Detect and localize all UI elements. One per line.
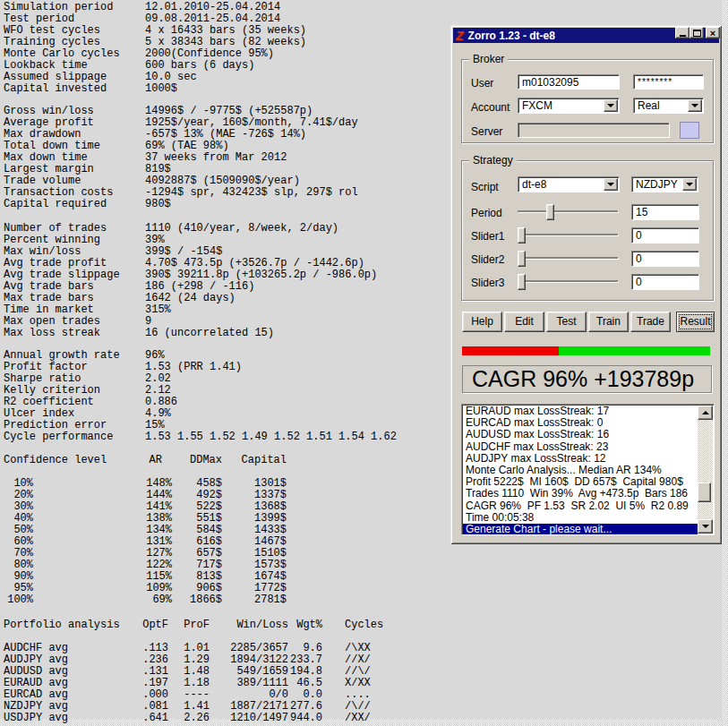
portfolio-winloss: 1210/1497 — [210, 713, 288, 724]
report-label: Cycle performance — [4, 431, 145, 443]
confidence-header-cell: DDMax — [162, 455, 222, 466]
log-scrollbar[interactable] — [698, 406, 713, 534]
account-dropdown-value: FXCM — [522, 99, 552, 112]
scrollbar-track[interactable] — [698, 420, 713, 519]
slider-track[interactable] — [518, 210, 618, 212]
portfolio-prof: 2.26 — [168, 713, 210, 724]
result-display-box: CAGR 96% +193789p — [462, 365, 712, 393]
slider-thumb[interactable] — [518, 251, 526, 267]
train-button[interactable]: Train — [588, 312, 629, 332]
message-log[interactable]: EURAUD max LossStreak: 17EURCAD max Loss… — [461, 404, 715, 535]
triangle-down-icon — [702, 525, 709, 532]
action-buttons: HelpEditTestTrainTradeResult — [462, 312, 715, 332]
report-value: 1000$ — [145, 83, 177, 95]
mode-dropdown-value: Real — [638, 99, 660, 112]
account-label: Account — [471, 101, 510, 114]
confidence-row: 30%141%522$1368$ — [4, 501, 287, 513]
user-label: User — [471, 77, 493, 90]
close-icon: × — [710, 29, 715, 38]
slider-thumb[interactable] — [546, 204, 554, 220]
slider-value-input[interactable]: 0 — [631, 274, 699, 290]
slider-track[interactable] — [518, 257, 618, 259]
confidence-row: 10%148%458$1301$ — [4, 478, 287, 490]
triangle-down-icon — [607, 104, 614, 111]
report-value: 980$ — [145, 199, 171, 210]
mode-dropdown[interactable]: Real — [633, 98, 704, 114]
scrollbar-thumb[interactable] — [698, 483, 711, 502]
asset-dropdown[interactable]: NZDJPY — [631, 176, 698, 192]
script-dropdown[interactable]: dt-e8 — [518, 176, 620, 192]
maximize-button[interactable] — [689, 27, 704, 38]
slider-value-input[interactable]: 15 — [631, 204, 699, 220]
log-line[interactable]: Generate Chart - please wait... — [463, 524, 698, 535]
slider-label: Slider2 — [471, 253, 504, 266]
script-label: Script — [471, 181, 499, 193]
window-title: Zorro 1.23 - dt-e8 — [468, 30, 555, 42]
result-display-text: CAGR 96% +193789p — [463, 366, 711, 392]
account-dropdown[interactable]: FXCM — [518, 98, 620, 114]
report-line: Cycle performance1.53 1.55 1.52 1.49 1.5… — [4, 431, 397, 443]
log-line[interactable]: CAGR 96% PF 1.53 SR 2.02 UI 5% R2 0.89 — [463, 500, 698, 512]
script-dropdown-value: dt-e8 — [522, 178, 546, 191]
report-line: Capital required980$ — [4, 199, 358, 210]
chevron-down-icon[interactable] — [682, 178, 697, 191]
slider-thumb[interactable] — [518, 274, 526, 290]
report-section-setup: Simulation period12.01.2010-25.04.2014Te… — [4, 2, 306, 95]
slider-value-input[interactable]: 0 — [631, 251, 699, 267]
portfolio-header-cell: Portfolio analysis — [4, 619, 129, 631]
log-line[interactable]: Trades 1110 Win 39% Avg +473.5p Bars 186 — [463, 488, 698, 500]
result-button[interactable]: Result — [676, 312, 715, 332]
confidence-ddmax: 1866$ — [172, 594, 222, 606]
zorro-logo-icon: Z — [456, 30, 464, 42]
slider-label: Slider3 — [471, 277, 504, 289]
scroll-down-button[interactable] — [698, 519, 713, 534]
report-line: Max loss streak16 (uncorrelated 15) — [4, 328, 377, 339]
chevron-down-icon[interactable] — [604, 178, 618, 191]
server-status-button[interactable] — [680, 122, 699, 139]
slider-value-input[interactable]: 0 — [631, 227, 699, 243]
report-label: Capital required — [4, 199, 145, 210]
message-log-lines: EURAUD max LossStreak: 17EURCAD max Loss… — [463, 406, 698, 535]
portfolio-header-cell: ProF — [168, 619, 210, 631]
slider-thumb[interactable] — [518, 227, 526, 243]
triangle-down-icon — [691, 104, 698, 111]
confidence-header-cell: Confidence level — [4, 455, 133, 466]
asset-dropdown-value: NZDJPY — [636, 178, 678, 191]
slider-label: Slider1 — [471, 230, 504, 243]
confidence-level: 100% — [4, 594, 33, 606]
confidence-row: 40%138%551$1399$ — [4, 513, 287, 525]
server-input — [518, 123, 670, 138]
strategy-legend: Strategy — [469, 155, 517, 167]
minimize-icon — [680, 35, 686, 37]
trade-button[interactable]: Trade — [630, 312, 671, 332]
test-button[interactable]: Test — [546, 312, 587, 332]
portfolio-header-cell: Cycles — [345, 619, 383, 631]
close-button[interactable]: × — [706, 27, 720, 38]
confidence-ar: 109% — [33, 583, 172, 594]
help-button[interactable]: Help — [462, 312, 502, 332]
log-line[interactable]: AUDCHF max LossStreak: 23 — [463, 441, 698, 453]
minimize-button[interactable] — [675, 27, 689, 38]
report-section-results: Gross win/loss14996$ / -9775$ (+525587p)… — [4, 106, 358, 210]
edit-button[interactable]: Edit — [504, 312, 544, 332]
log-line[interactable]: AUDUSD max LossStreak: 16 — [463, 429, 698, 440]
portfolio-optf: .641 — [129, 713, 168, 724]
report-section-trades: Number of trades1110 (410/year, 8/week, … — [4, 223, 377, 339]
portfolio-table: AUDCHF avg.1131.012285/36579.6/\XXAUDJPY… — [4, 643, 371, 724]
chevron-down-icon[interactable] — [604, 99, 618, 112]
slider-track[interactable] — [518, 234, 618, 235]
portfolio-header-cell: Win/Loss — [210, 619, 288, 631]
slider-track[interactable] — [518, 280, 618, 282]
confidence-row: 60%131%616$1467$ — [4, 536, 287, 548]
confidence-row: 70%127%657$1510$ — [4, 548, 287, 559]
password-input[interactable]: ******** — [633, 74, 704, 90]
chevron-down-icon[interactable] — [688, 99, 702, 112]
progress-bar — [462, 346, 710, 355]
report-line: Capital invested1000$ — [4, 83, 306, 95]
triangle-up-icon — [702, 407, 709, 414]
scroll-up-button[interactable] — [698, 406, 713, 420]
confidence-header-cell: AR — [133, 455, 162, 466]
confidence-row: 100%69%1866$2781$ — [4, 594, 287, 606]
report-value: 1.53 1.55 1.52 1.49 1.52 1.51 1.54 1.62 — [145, 431, 397, 443]
user-input[interactable]: m01032095 — [518, 74, 620, 90]
